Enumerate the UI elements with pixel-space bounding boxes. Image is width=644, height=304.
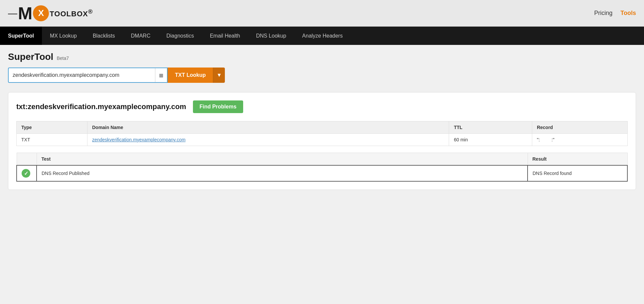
page-badge: Beta7 bbox=[57, 56, 69, 61]
search-input[interactable] bbox=[9, 72, 155, 78]
nav-dmarc[interactable]: DMARC bbox=[123, 27, 159, 45]
logo-dash: — bbox=[8, 8, 17, 19]
cell-record: ": :" bbox=[532, 134, 627, 146]
search-bar: ▦ TXT Lookup ▼ bbox=[8, 68, 636, 83]
main-content: SuperTool Beta7 ▦ TXT Lookup ▼ txt:zende… bbox=[0, 45, 644, 304]
nav-dns-lookup[interactable]: DNS Lookup bbox=[248, 27, 294, 45]
nav-supertool[interactable]: SuperTool bbox=[0, 27, 42, 45]
find-problems-button[interactable]: Find Problems bbox=[193, 100, 243, 113]
logo-circle: X bbox=[33, 5, 49, 21]
cell-status-icon: ✓ bbox=[17, 165, 37, 181]
lookup-dropdown-button[interactable]: ▼ bbox=[213, 68, 225, 83]
col-domain: Domain Name bbox=[87, 121, 449, 134]
top-nav: Pricing Tools bbox=[594, 10, 636, 17]
dropdown-arrow-icon: ▼ bbox=[217, 72, 222, 78]
lookup-button[interactable]: TXT Lookup bbox=[168, 68, 213, 83]
logo[interactable]: — M X TOOLBOX® bbox=[8, 5, 93, 22]
nav-mx-lookup[interactable]: MX Lookup bbox=[42, 27, 85, 45]
results-header: txt:zendeskverification.myexamplecompany… bbox=[16, 100, 628, 113]
nav-analyze-headers[interactable]: Analyze Headers bbox=[294, 27, 351, 45]
cell-test-result: DNS Record found bbox=[528, 165, 627, 181]
col-test: Test bbox=[37, 153, 528, 166]
col-ttl: TTL bbox=[449, 121, 532, 134]
nav-blacklists[interactable]: Blacklists bbox=[85, 27, 123, 45]
top-header: — M X TOOLBOX® Pricing Tools bbox=[0, 0, 644, 27]
col-status bbox=[17, 153, 37, 166]
nav-bar: SuperTool MX Lookup Blacklists DMARC Dia… bbox=[0, 27, 644, 45]
nav-email-health[interactable]: Email Health bbox=[202, 27, 248, 45]
search-input-wrapper: ▦ bbox=[8, 68, 168, 83]
cell-ttl: 60 min bbox=[449, 134, 532, 146]
col-result: Result bbox=[528, 153, 627, 166]
results-domain-label: txt:zendeskverification.myexamplecompany… bbox=[16, 102, 186, 111]
search-options-icon[interactable]: ▦ bbox=[155, 68, 167, 82]
col-type: Type bbox=[17, 121, 87, 134]
cell-domain[interactable]: zendeskverification.myexamplecompany.com bbox=[87, 134, 449, 146]
cell-type: TXT bbox=[17, 134, 87, 146]
dns-data-table: Type Domain Name TTL Record TXT zendeskv… bbox=[16, 121, 628, 146]
logo-m: M bbox=[18, 5, 32, 22]
pricing-link[interactable]: Pricing bbox=[594, 10, 612, 17]
page-title: SuperTool bbox=[8, 52, 53, 62]
pass-icon: ✓ bbox=[22, 169, 30, 178]
logo-x-icon: X bbox=[38, 8, 44, 18]
results-card: txt:zendeskverification.myexamplecompany… bbox=[8, 92, 636, 190]
nav-diagnostics[interactable]: Diagnostics bbox=[158, 27, 202, 45]
tools-link[interactable]: Tools bbox=[620, 10, 636, 17]
page-title-area: SuperTool Beta7 bbox=[8, 52, 636, 62]
col-record: Record bbox=[532, 121, 627, 134]
test-results-table: Test Result ✓ DNS Record Published DNS R… bbox=[16, 153, 628, 182]
test-row: ✓ DNS Record Published DNS Record found bbox=[17, 165, 627, 181]
logo-toolbox: TOOLBOX® bbox=[50, 8, 93, 18]
table-row: TXT zendeskverification.myexamplecompany… bbox=[17, 134, 628, 146]
cell-test-name: DNS Record Published bbox=[37, 165, 528, 181]
